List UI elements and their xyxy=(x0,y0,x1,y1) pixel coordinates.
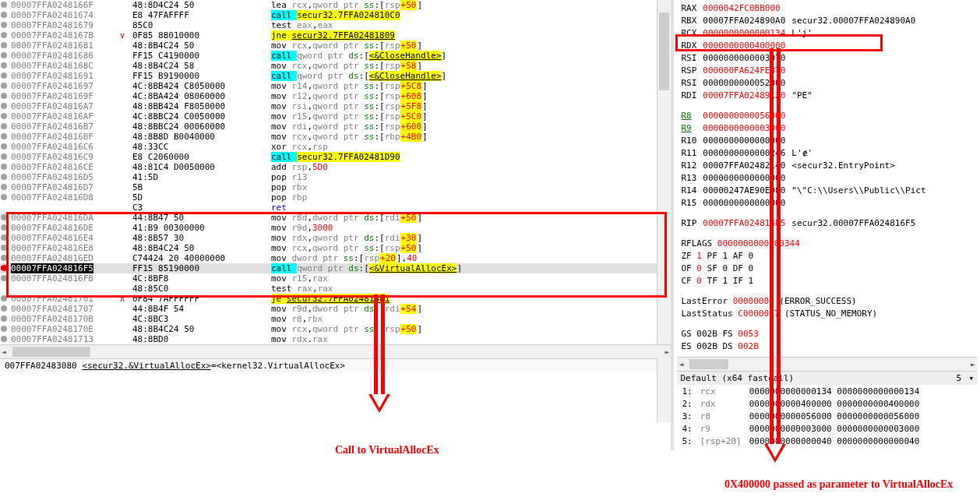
registers-table[interactable]: RAX0000042FC0BB000RBX00007FFA024890A0sec… xyxy=(677,2,929,354)
arg-row[interactable]: 1:rcx0000000000000134 0000000000000134 xyxy=(679,386,922,397)
disasm-row[interactable]: 00007FFA0248167B∨0F85 88010000jne secur3… xyxy=(0,30,671,41)
arrow-to-rdx xyxy=(770,48,781,450)
register-row[interactable]: RBX00007FFA024890A0secur32.00007FFA02489… xyxy=(679,16,928,26)
register-row[interactable]: R150000000000000000 xyxy=(679,198,928,209)
disasm-row[interactable]: 00007FFA024816A748:8BB424 F8050000mov rs… xyxy=(0,101,671,111)
arrow-to-call xyxy=(374,294,385,411)
register-row[interactable]: RSI0000000000003970 xyxy=(679,53,928,64)
disasm-row[interactable]: 00007FFA024816B748:8BBC24 00060000mov rd… xyxy=(0,122,671,132)
arg-row[interactable]: 3:r80000000000056000 0000000000056000 xyxy=(679,411,922,422)
register-row[interactable]: RCX0000000000000134L'j' xyxy=(679,28,928,39)
disasm-row[interactable]: 00007FFA0248167985C0test eax,eax xyxy=(0,20,671,30)
disasm-row[interactable]: 00007FFA02481674E8 47FAFFFFcall secur32.… xyxy=(0,10,671,20)
status-addr: 007FFA02483080 xyxy=(5,361,77,371)
register-row[interactable]: R110000000000000246L'ɇ' xyxy=(679,148,928,159)
disasm-row[interactable]: 00007FFA02481691FF15 B9190000call qword … xyxy=(0,71,671,81)
disasm-row[interactable]: 00007FFA0248166F48:8D4C24 50lea rcx,qwor… xyxy=(0,0,671,10)
disasm-row[interactable]: 00007FFA024816E848:8B4C24 50mov rcx,qwor… xyxy=(0,243,671,253)
disasm-row[interactable]: 00007FFA024816BF48:8B8D B0040000mov rcx,… xyxy=(0,132,671,142)
register-row[interactable]: R90000000000003000 xyxy=(679,123,928,134)
disasm-row[interactable]: 00007FFA024816C648:33CCxor rcx,rsp xyxy=(0,142,671,152)
disasm-row[interactable]: 00007FFA0248169F4C:8BA424 08060000mov r1… xyxy=(0,91,671,101)
args-table[interactable]: 1:rcx0000000000000134 00000000000001342:… xyxy=(677,385,924,449)
disasm-row[interactable]: 00007FFA024816974C:8BB424 C8050000mov r1… xyxy=(0,81,671,91)
register-row[interactable]: RAX0000042FC0BB000 xyxy=(679,3,928,14)
disasm-row[interactable]: 00007FFA0248168148:8B4C24 50mov rcx,qwor… xyxy=(0,41,671,51)
register-row[interactable]: R100000000000000000 xyxy=(679,136,928,146)
disasm-row[interactable]: 00007FFA024816CE48:81C4 D0050000add rsp,… xyxy=(0,162,671,172)
arg-row[interactable]: 5:[rsp+20]0000000000000040 0000000000000… xyxy=(679,436,922,447)
disasm-row[interactable]: C3ret xyxy=(0,203,671,213)
disasm-row[interactable]: 00007FFA0248171348:8BD0mov rdx.rax xyxy=(0,334,671,344)
register-row[interactable]: R130000000000000000 xyxy=(679,173,928,184)
disasm-row[interactable]: 00007FFA024816E448:8B57 30mov rdx,qword … xyxy=(0,233,671,243)
disasm-row[interactable]: 00007FFA024816F5FF15 85190000call qword … xyxy=(0,263,671,273)
disasm-row[interactable]: 00007FFA024816EDC74424 20 40000000mov dw… xyxy=(0,253,671,263)
register-row[interactable]: R1200007FFA02482140<secur32.EntryPoint> xyxy=(679,160,928,171)
annot-label-call: Call to VirtualAllocEx xyxy=(335,444,439,450)
expression-bar: 007FFA02483080 <secur32.&VirtualAllocEx>… xyxy=(0,358,671,372)
disasm-row[interactable]: 00007FFA0248170E48:8B4C24 50mov rcx,qwor… xyxy=(0,324,671,334)
register-row[interactable]: R80000000000056000 xyxy=(679,111,928,122)
disasm-row[interactable]: 00007FFA02481686FF15 C4190000call qword … xyxy=(0,51,671,61)
disasm-row[interactable]: 00007FFA0248170744:8B4F 54mov r9d,dword … xyxy=(0,304,671,314)
arg-row[interactable]: 2:rdx0000000000400000 0000000000400000 xyxy=(679,399,922,410)
disassembly-table[interactable]: 00007FFA0248166F48:8D4C24 50lea rcx,qwor… xyxy=(0,0,671,344)
args-spinner-icon[interactable]: ▾ xyxy=(968,373,974,383)
disasm-row[interactable]: 00007FFA024816DE41:B9 00300000mov r9d,30… xyxy=(0,223,671,233)
register-row[interactable]: RSI0000000000052000 xyxy=(679,78,928,89)
disasm-row[interactable]: 00007FFA0248170B4C:8BC3mov r8,rbx xyxy=(0,314,671,324)
disasm-row[interactable]: 00007FFA0248168C48:8B4C24 58mov rcx,qwor… xyxy=(0,61,671,71)
register-row[interactable]: R1400000247AE90ED80"\"C:\\Users\\Public\… xyxy=(679,185,928,196)
disasm-hscrollbar[interactable]: ◄ ► xyxy=(0,344,671,358)
registers-panel: RAX0000042FC0BB000RBX00007FFA024890A0sec… xyxy=(674,0,980,450)
disasm-row[interactable]: 00007FFA024816D541:5Dpop r13 xyxy=(0,172,671,182)
disasm-row[interactable]: 48:85C0test rax,rax xyxy=(0,284,671,294)
disasm-row[interactable]: 00007FFA02481701∧0F84 7AFFFFFFje secur32… xyxy=(0,294,671,304)
disasm-row[interactable]: 00007FFA024816AF4C:8BBC24 C0050000mov r1… xyxy=(0,111,671,122)
disasm-vscrollbar[interactable] xyxy=(657,0,671,422)
status-symbol: <secur32.&VirtualAllocEx> xyxy=(82,361,211,371)
register-row[interactable]: RSP000000FA624FE870 xyxy=(679,65,928,76)
disassembly-panel: 00007FFA0248166F48:8D4C24 50lea rcx,qwor… xyxy=(0,0,674,450)
arg-row[interactable]: 4:r90000000000003000 0000000000003000 xyxy=(679,424,922,435)
args-header[interactable]: Default (x64 fastcall) 5 ▾ xyxy=(677,371,977,385)
disasm-row[interactable]: 00007FFA024816C9E8 C2060000call secur32.… xyxy=(0,152,671,162)
register-row[interactable]: RDX0000000000400000 xyxy=(679,41,928,51)
regs-hscrollbar[interactable]: ◄ ► xyxy=(677,357,977,371)
register-row[interactable]: RIP00007FFA024816F5secur32.00007FFA02481… xyxy=(679,218,928,229)
args-count[interactable]: 5 xyxy=(956,373,961,383)
disasm-row[interactable]: 00007FFA024816DA44:8B47 50mov r8d,dword … xyxy=(0,213,671,223)
disasm-row[interactable]: 00007FFA024816D85Dpop rbp xyxy=(0,192,671,203)
disasm-row[interactable]: 00007FFA024816FB4C:8BF8mov r15,rax xyxy=(0,273,671,284)
disasm-row[interactable]: 00007FFA024816D75Bpop rbx xyxy=(0,182,671,192)
register-row[interactable]: RDI00007FFA02489120"PE" xyxy=(679,90,928,101)
